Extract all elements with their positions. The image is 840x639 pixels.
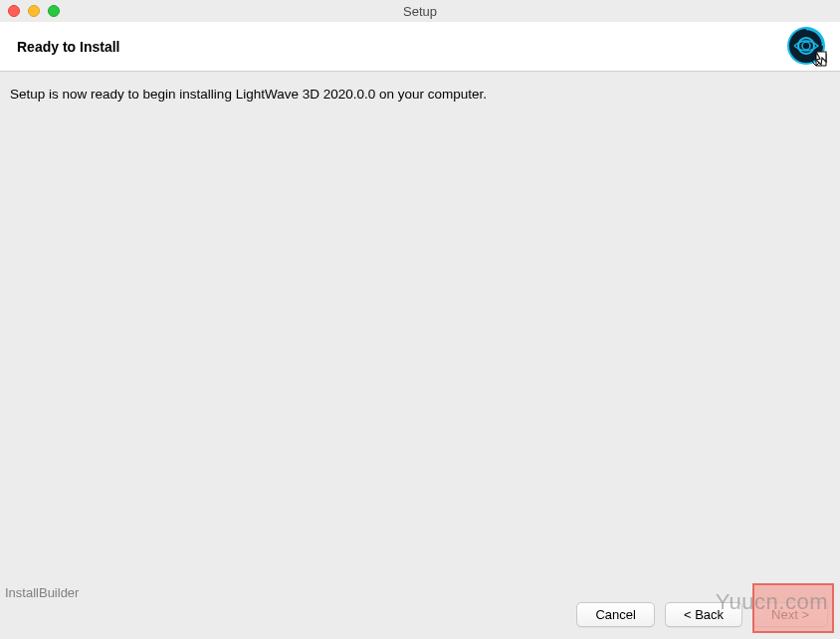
next-button[interactable]: Next > xyxy=(752,602,828,627)
button-row: Cancel < Back Next > xyxy=(576,602,828,627)
cancel-button[interactable]: Cancel xyxy=(576,602,654,627)
install-message: Setup is now ready to begin installing L… xyxy=(10,86,830,105)
page-title: Ready to Install xyxy=(17,39,119,55)
builder-label: InstallBuilder xyxy=(5,585,79,600)
window-title: Setup xyxy=(0,4,840,19)
maximize-window-button[interactable] xyxy=(48,5,60,17)
window-controls xyxy=(0,5,60,17)
wizard-header: Ready to Install xyxy=(0,22,840,72)
minimize-window-button[interactable] xyxy=(28,5,40,17)
wizard-footer: InstallBuilder Cancel < Back Next > xyxy=(0,577,840,639)
content-area: Setup is now ready to begin installing L… xyxy=(0,72,840,118)
close-window-button[interactable] xyxy=(8,5,20,17)
back-button[interactable]: < Back xyxy=(665,602,742,627)
app-logo-icon xyxy=(786,26,828,68)
titlebar: Setup xyxy=(0,0,840,22)
